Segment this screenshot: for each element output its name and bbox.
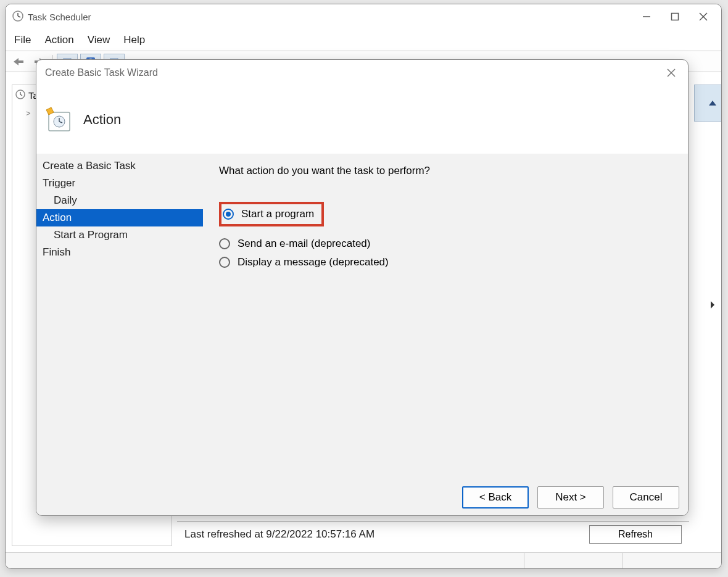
titlebar: Task Scheduler — [6, 4, 721, 29]
radio-send-email[interactable] — [219, 238, 230, 249]
status-text: Last refreshed at 9/22/2022 10:57:16 AM — [184, 528, 577, 541]
wizard-title: Create Basic Task Wizard — [45, 67, 661, 78]
radio-display-message[interactable] — [219, 257, 230, 268]
status-area: Last refreshed at 9/22/2022 10:57:16 AM … — [177, 521, 689, 546]
statusbar-cell-1 — [524, 553, 623, 568]
radio-start-program-label: Start a program — [241, 208, 314, 220]
menubar: File Action View Help — [6, 29, 721, 51]
wizard-header-text: Action — [83, 112, 121, 128]
svg-marker-21 — [709, 101, 716, 106]
back-button[interactable]: < Back — [462, 486, 529, 509]
menu-view[interactable]: View — [88, 34, 110, 46]
nav-trigger[interactable]: Trigger — [36, 175, 203, 192]
wizard-body: Create a Basic Task Trigger Daily Action… — [36, 154, 688, 479]
wizard-nav: Create a Basic Task Trigger Daily Action… — [36, 154, 203, 479]
actions-expand[interactable] — [694, 294, 722, 315]
cancel-button[interactable]: Cancel — [613, 486, 679, 509]
nav-action[interactable]: Action — [36, 209, 203, 226]
svg-rect-8 — [19, 60, 23, 63]
wizard-dialog: Create Basic Task Wizard Action Create a… — [36, 59, 689, 516]
menu-help[interactable]: Help — [123, 34, 145, 46]
statusbar-cell-2 — [623, 553, 721, 568]
radio-send-email-label: Send an e-mail (deprecated) — [238, 238, 370, 250]
window-controls — [632, 7, 718, 27]
actions-pane — [694, 85, 722, 546]
highlighted-option: Start a program — [219, 202, 324, 226]
nav-trigger-daily[interactable]: Daily — [36, 192, 203, 209]
wizard-footer: < Back Next > Cancel — [36, 479, 688, 515]
tree-expand-icon[interactable]: > — [26, 109, 33, 118]
svg-rect-4 — [672, 14, 679, 20]
refresh-button[interactable]: Refresh — [589, 525, 682, 544]
clock-icon — [15, 89, 26, 102]
maximize-button[interactable] — [661, 7, 689, 27]
svg-marker-22 — [711, 301, 714, 309]
wizard-header: Action — [36, 86, 688, 154]
menu-file[interactable]: File — [14, 34, 31, 46]
nav-back-button[interactable] — [9, 54, 28, 70]
minimize-button[interactable] — [632, 7, 661, 27]
svg-marker-7 — [14, 58, 19, 65]
wizard-header-icon — [45, 106, 72, 133]
menu-action[interactable]: Action — [44, 34, 73, 46]
next-button[interactable]: Next > — [537, 486, 604, 509]
radio-start-program[interactable] — [223, 209, 234, 220]
window-title: Task Scheduler — [28, 12, 632, 22]
wizard-close-button[interactable] — [661, 62, 682, 83]
app-icon — [12, 10, 24, 24]
nav-action-start-program[interactable]: Start a Program — [36, 226, 203, 244]
radio-display-message-label: Display a message (deprecated) — [238, 256, 389, 268]
wizard-prompt: What action do you want the task to perf… — [219, 165, 672, 177]
wizard-titlebar: Create Basic Task Wizard — [36, 60, 688, 86]
wizard-content: What action do you want the task to perf… — [203, 154, 688, 479]
nav-finish[interactable]: Finish — [36, 244, 203, 261]
nav-create-basic-task[interactable]: Create a Basic Task — [36, 157, 203, 175]
actions-collapse[interactable] — [694, 85, 722, 122]
close-button[interactable] — [689, 7, 718, 27]
statusbar — [6, 552, 721, 568]
